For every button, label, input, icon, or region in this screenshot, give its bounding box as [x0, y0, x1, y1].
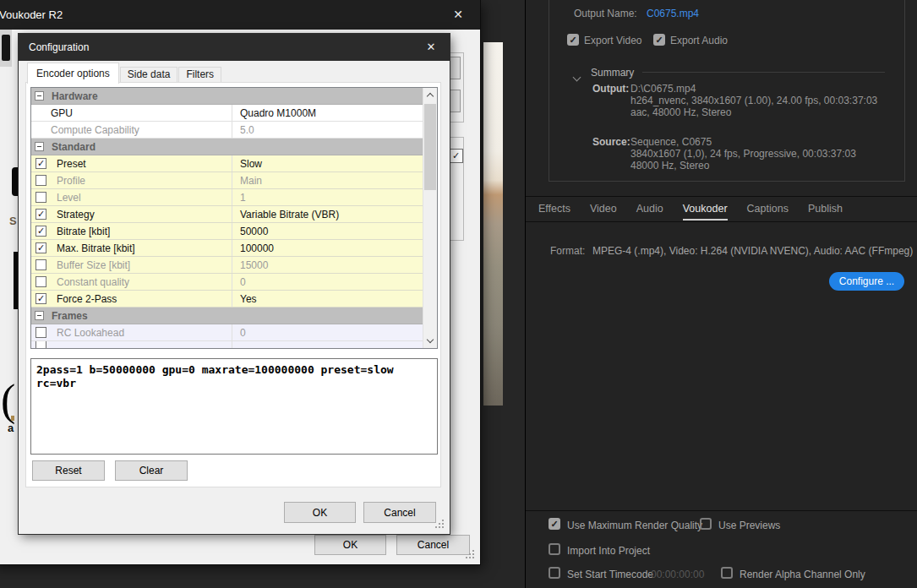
- divider: [526, 196, 917, 197]
- grid-row-max-bitrate-kbit[interactable]: ✓Max. Bitrate [kbit]100000: [31, 240, 423, 257]
- row-value[interactable]: 0: [232, 274, 423, 290]
- row-value[interactable]: 0: [232, 324, 423, 340]
- grid-row-strategy[interactable]: ✓StrategyVariable Bitrate (VBR): [31, 206, 423, 223]
- use-max-render-quality-checkbox[interactable]: ✓: [549, 518, 560, 530]
- grid-row-compute-capability[interactable]: Compute Capability5.0: [31, 122, 423, 139]
- row-checkbox[interactable]: [35, 192, 46, 203]
- set-start-timecode-checkbox[interactable]: [549, 567, 560, 579]
- row-value[interactable]: 15000: [232, 257, 423, 273]
- encoder-property-grid: HardwareGPUQuadro M1000MCompute Capabili…: [30, 87, 438, 349]
- grid-row-force-2-pass[interactable]: ✓Force 2-PassYes: [31, 291, 423, 308]
- row-value[interactable]: [232, 341, 423, 349]
- render-alpha-checkbox[interactable]: [721, 567, 733, 579]
- use-max-render-quality-label: Use Maximum Render Quality: [567, 520, 702, 531]
- grid-row-buffer-size-kbit[interactable]: Buffer Size [kbit]15000: [31, 257, 423, 274]
- row-value[interactable]: Yes: [232, 291, 423, 307]
- row-value[interactable]: 1: [232, 189, 423, 205]
- configure-button[interactable]: Configure ...: [829, 272, 904, 291]
- summary-collapse-icon[interactable]: [574, 68, 580, 84]
- grid-row-bitrate-kbit[interactable]: ✓Bitrate [kbit]50000: [31, 223, 423, 240]
- row-value[interactable]: 100000: [232, 240, 423, 256]
- voukoder-window-title: Voukoder R2: [0, 0, 63, 30]
- row-checkbox[interactable]: [35, 259, 46, 270]
- reset-button[interactable]: Reset: [32, 460, 105, 481]
- row-value[interactable]: Variable Bitrate (VBR): [232, 206, 423, 222]
- export-tab-publish[interactable]: Publish: [808, 203, 843, 219]
- grid-row-preset[interactable]: ✓PresetSlow: [31, 155, 423, 172]
- grid-row-gpu[interactable]: GPUQuadro M1000M: [31, 105, 423, 122]
- export-tab-video[interactable]: Video: [590, 203, 617, 219]
- row-value[interactable]: Main: [232, 172, 423, 188]
- collapse-icon[interactable]: [35, 142, 44, 151]
- row-label: Preset: [57, 158, 86, 170]
- output-name-link[interactable]: C0675.mp4: [647, 8, 699, 19]
- summary-source-lines: Sequence, C0675 3840x1607 (1,0), 24 fps,…: [630, 136, 856, 172]
- row-checkbox[interactable]: [35, 276, 46, 287]
- export-tab-effects[interactable]: Effects: [538, 203, 570, 219]
- scroll-up-icon[interactable]: [423, 88, 437, 102]
- row-checkbox-checked[interactable]: ✓: [35, 226, 46, 237]
- occluded-fragment: S: [9, 215, 17, 227]
- export-audio-checkbox[interactable]: ✓: [653, 34, 665, 46]
- import-into-project-checkbox[interactable]: [549, 543, 560, 555]
- row-checkbox-checked[interactable]: ✓: [35, 209, 46, 220]
- output-summary-box: Output Name: C0675.mp4 ✓ Export Video ✓ …: [549, 0, 905, 182]
- summary-rule: [642, 72, 885, 73]
- row-checkbox[interactable]: [35, 341, 46, 349]
- voukoder-titlebar[interactable]: Voukoder R2 ✕: [0, 0, 480, 30]
- grid-row-constant-quality[interactable]: Constant quality0: [31, 274, 423, 291]
- export-audio-label: Export Audio: [670, 35, 728, 46]
- tab-filters[interactable]: Filters: [178, 67, 221, 83]
- resize-grip[interactable]: [472, 557, 474, 558]
- config-cancel-button[interactable]: Cancel: [363, 502, 436, 523]
- export-video-checkbox[interactable]: ✓: [567, 34, 579, 46]
- voukoder-cancel-button[interactable]: Cancel: [396, 535, 470, 555]
- row-label: Max. Bitrate [kbit]: [57, 242, 135, 254]
- row-value[interactable]: Slow: [232, 155, 423, 172]
- voukoder-ok-button[interactable]: OK: [314, 535, 386, 555]
- summary-output-lines: D:\C0675.mp4 h264_nvenc, 3840x1607 (1.00…: [630, 83, 877, 118]
- row-value[interactable]: Quadro M1000M: [232, 105, 423, 121]
- row-checkbox[interactable]: [35, 327, 46, 338]
- collapse-icon[interactable]: [35, 311, 44, 320]
- configuration-dialog: Configuration ✕ Encoder options Side dat…: [19, 34, 450, 534]
- grid-section-standard[interactable]: Standard: [31, 139, 423, 155]
- grid-section-hardware[interactable]: Hardware: [31, 88, 423, 105]
- divider: [526, 221, 917, 222]
- clear-button[interactable]: Clear: [115, 460, 188, 481]
- row-checkbox[interactable]: [35, 175, 46, 186]
- grid-scrollbar[interactable]: [423, 88, 437, 348]
- render-alpha-label: Render Alpha Channel Only: [740, 569, 865, 580]
- ffmpeg-command-textarea[interactable]: 2pass=1 b=50000000 gpu=0 maxrate=1000000…: [30, 358, 438, 455]
- tab-encoder-options[interactable]: Encoder options: [27, 63, 119, 84]
- scroll-down-icon[interactable]: [423, 334, 437, 348]
- row-checkbox-checked[interactable]: ✓: [35, 293, 46, 304]
- row-label: Compute Capability: [51, 124, 139, 136]
- format-value: MPEG-4 (.mp4), Video: H.264 (NVIDIA NVEN…: [592, 245, 913, 257]
- grid-row-level[interactable]: Level1: [31, 189, 423, 206]
- grid-section-frames[interactable]: Frames: [31, 308, 423, 324]
- grid-row-profile[interactable]: ProfileMain: [31, 172, 423, 189]
- export-tab-captions[interactable]: Captions: [747, 203, 789, 219]
- row-value[interactable]: 50000: [232, 223, 423, 239]
- tab-side-data[interactable]: Side data: [120, 67, 178, 83]
- configuration-titlebar[interactable]: Configuration ✕: [19, 34, 450, 61]
- row-label: Constant quality: [57, 276, 129, 288]
- config-ok-button[interactable]: OK: [284, 502, 356, 523]
- row-value[interactable]: 5.0: [232, 122, 423, 138]
- grid-row-rc-lookahead[interactable]: RC Lookahead0: [31, 324, 423, 341]
- row-checkbox-checked[interactable]: ✓: [35, 158, 46, 169]
- export-settings-panel: Output Name: C0675.mp4 ✓ Export Video ✓ …: [525, 0, 917, 588]
- scrollbar-thumb[interactable]: [424, 104, 436, 190]
- export-video-label: Export Video: [584, 35, 642, 46]
- voukoder-close-icon[interactable]: ✕: [445, 0, 472, 30]
- resize-grip[interactable]: [442, 526, 444, 528]
- collapse-icon[interactable]: [35, 91, 44, 101]
- row-checkbox-checked[interactable]: ✓: [35, 242, 46, 253]
- export-tab-audio[interactable]: Audio: [636, 203, 663, 219]
- grid-row-partial[interactable]: [31, 341, 423, 349]
- export-tab-voukoder[interactable]: Voukoder: [683, 203, 728, 220]
- row-label: Bitrate [kbit]: [57, 226, 110, 237]
- use-previews-checkbox[interactable]: [700, 518, 712, 530]
- configuration-close-icon[interactable]: ✕: [418, 34, 445, 61]
